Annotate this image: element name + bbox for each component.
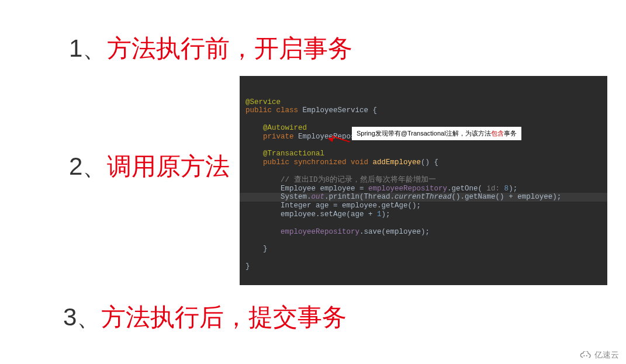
watermark: 亿速云: [579, 350, 619, 360]
step-2: 2、调用原方法: [69, 152, 230, 181]
callout-suffix: 事务: [504, 130, 517, 137]
step-1-num: 1、: [69, 34, 107, 62]
callout-prefix: Spring发现带有@Transactional注解，为该方法: [357, 130, 491, 137]
code-block: @Service public class EmployeeService { …: [240, 76, 607, 285]
callout-box: Spring发现带有@Transactional注解，为该方法包含事务: [352, 127, 521, 140]
step-3-num: 3、: [63, 303, 101, 331]
cloud-icon: [579, 351, 592, 359]
code-text: @Service public class EmployeeService { …: [245, 98, 601, 271]
step-2-text: 调用原方法: [107, 152, 230, 180]
watermark-text: 亿速云: [594, 350, 619, 360]
svg-point-1: [586, 355, 587, 356]
step-2-num: 2、: [69, 152, 107, 180]
step-1-text: 方法执行前，开启事务: [107, 34, 352, 62]
step-1: 1、方法执行前，开启事务: [69, 34, 352, 63]
callout-highlight: 包含: [491, 130, 504, 137]
svg-point-0: [583, 355, 585, 356]
